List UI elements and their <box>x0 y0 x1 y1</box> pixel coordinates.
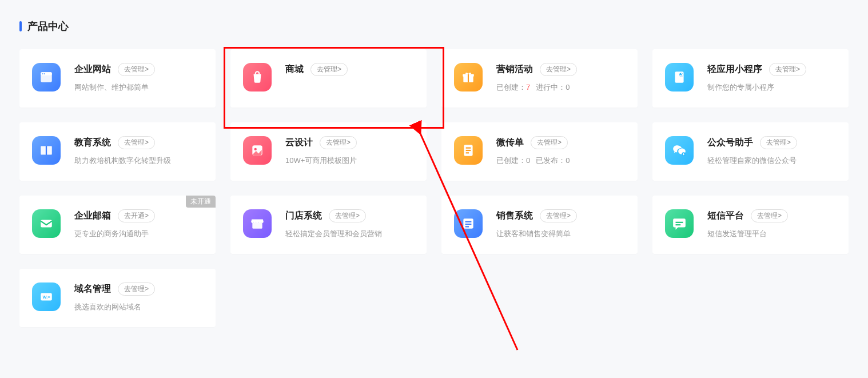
education-icon <box>32 136 61 165</box>
card-header: 营销活动去管理> <box>496 63 625 76</box>
card-title: 微传单 <box>496 137 524 149</box>
card-desc: 已创建：0已发布：0 <box>496 155 625 166</box>
section-title-text: 产品中心 <box>27 19 69 33</box>
card-body: 云设计去管理>10W+可商用模板图片 <box>285 136 414 166</box>
svg-rect-15 <box>466 152 469 153</box>
miniprogram-icon <box>665 63 694 91</box>
card-desc: 10W+可商用模板图片 <box>285 155 414 166</box>
card-header: 教育系统去管理> <box>74 136 203 149</box>
svg-rect-14 <box>466 150 471 151</box>
manage-button[interactable]: 去管理> <box>329 209 366 222</box>
manage-button[interactable]: 去管理> <box>760 136 797 149</box>
status-badge: 未开通 <box>186 196 216 208</box>
stat-running-label: 已发布： <box>536 156 566 165</box>
card-body: 轻应用小程序去管理>制作您的专属小程序 <box>707 63 836 93</box>
stat-running-value: 0 <box>566 156 570 165</box>
card-title: 企业邮箱 <box>74 210 111 222</box>
svg-rect-23 <box>676 224 681 225</box>
card-body: 教育系统去管理>助力教培机构数字化转型升级 <box>74 136 203 166</box>
product-card[interactable]: 轻应用小程序去管理>制作您的专属小程序 <box>652 49 849 108</box>
card-title: 云设计 <box>285 137 313 149</box>
manage-button[interactable]: 去管理> <box>769 63 806 76</box>
product-card[interactable]: W.≡域名管理去管理>挑选喜欢的网站域名 <box>19 269 216 327</box>
shop-icon <box>243 63 272 91</box>
card-title: 域名管理 <box>74 283 111 295</box>
card-body: 商城去管理> <box>285 63 414 82</box>
manage-button[interactable]: 去管理> <box>310 63 348 76</box>
website-icon <box>32 63 61 91</box>
card-title: 教育系统 <box>74 137 111 149</box>
product-card[interactable]: 门店系统去管理>轻松搞定会员管理和会员营销 <box>230 196 427 254</box>
card-body: 域名管理去管理>挑选喜欢的网站域名 <box>74 282 203 313</box>
card-desc: 挑选喜欢的网站域名 <box>74 301 203 313</box>
design-icon <box>243 136 272 165</box>
svg-rect-9 <box>46 146 47 154</box>
manage-button[interactable]: 去管理> <box>118 282 155 296</box>
svg-point-2 <box>42 73 43 74</box>
section-title: 产品中心 <box>19 19 849 33</box>
product-card[interactable]: 短信平台去管理>短信发送管理平台 <box>652 196 849 254</box>
card-desc: 制作您的专属小程序 <box>707 82 836 93</box>
flyer-icon <box>454 136 483 165</box>
card-header: 短信平台去管理> <box>707 209 836 222</box>
stat-created-label: 已创建： <box>496 156 526 165</box>
card-title: 企业网站 <box>74 63 111 75</box>
card-body: 销售系统去管理>让获客和销售变得简单 <box>496 209 625 240</box>
product-card[interactable]: 微传单去管理>已创建：0已发布：0 <box>441 122 638 181</box>
card-desc: 轻松管理自家的微信公众号 <box>707 155 836 166</box>
manage-button[interactable]: 去管理> <box>320 136 357 149</box>
card-title: 商城 <box>285 63 304 75</box>
card-title: 短信平台 <box>707 210 744 222</box>
card-title: 公众号助手 <box>707 137 753 149</box>
svg-rect-21 <box>465 226 469 227</box>
manage-button[interactable]: 去管理> <box>531 136 568 149</box>
manage-button[interactable]: 去管理> <box>540 209 577 222</box>
activate-button[interactable]: 去开通> <box>118 209 155 222</box>
svg-rect-17 <box>41 220 52 228</box>
domain-icon: W.≡ <box>32 282 61 311</box>
card-desc: 网站制作、维护都简单 <box>74 82 203 93</box>
card-title: 销售系统 <box>496 210 533 222</box>
card-desc: 已创建：7进行中：0 <box>496 82 625 93</box>
card-desc: 让获客和销售变得简单 <box>496 228 625 240</box>
product-card[interactable]: 教育系统去管理>助力教培机构数字化转型升级 <box>19 122 216 181</box>
product-grid: 企业网站去管理>网站制作、维护都简单商城去管理>营销活动去管理>已创建：7进行中… <box>19 49 849 327</box>
manage-button[interactable]: 去管理> <box>118 136 155 149</box>
svg-rect-19 <box>465 221 472 222</box>
svg-point-11 <box>254 148 257 150</box>
card-desc: 更专业的商务沟通助手 <box>74 228 203 240</box>
card-body: 门店系统去管理>轻松搞定会员管理和会员营销 <box>285 209 414 240</box>
card-header: 云设计去管理> <box>285 136 414 149</box>
card-header: 销售系统去管理> <box>496 209 625 222</box>
card-header: 企业邮箱去开通> <box>74 209 203 222</box>
card-desc: 助力教培机构数字化转型升级 <box>74 155 203 166</box>
product-card[interactable]: 销售系统去管理>让获客和销售变得简单 <box>441 196 638 254</box>
svg-rect-22 <box>676 222 683 223</box>
mail-icon <box>32 209 61 238</box>
card-desc: 短信发送管理平台 <box>707 228 836 240</box>
card-header: 微传单去管理> <box>496 136 625 149</box>
sales-icon <box>454 209 483 238</box>
product-card[interactable]: 营销活动去管理>已创建：7进行中：0 <box>441 49 638 108</box>
store-icon <box>243 209 272 238</box>
stat-running-label: 进行中： <box>536 83 566 91</box>
product-card[interactable]: 云设计去管理>10W+可商用模板图片 <box>230 122 427 181</box>
card-body: 短信平台去管理>短信发送管理平台 <box>707 209 836 240</box>
product-card[interactable]: 商城去管理> <box>230 49 427 108</box>
card-header: 轻应用小程序去管理> <box>707 63 836 76</box>
card-title: 轻应用小程序 <box>707 63 762 75</box>
manage-button[interactable]: 去管理> <box>540 63 577 76</box>
svg-rect-13 <box>466 148 471 149</box>
svg-point-3 <box>44 73 45 74</box>
product-card[interactable]: 企业网站去管理>网站制作、维护都简单 <box>19 49 216 108</box>
card-body: 企业网站去管理>网站制作、维护都简单 <box>74 63 203 93</box>
stat-created-value: 0 <box>526 156 530 165</box>
card-desc: 轻松搞定会员管理和会员营销 <box>285 228 414 240</box>
card-body: 企业邮箱去开通>更专业的商务沟通助手 <box>74 209 203 240</box>
product-card[interactable]: 企业邮箱去开通>更专业的商务沟通助手未开通 <box>19 196 216 254</box>
manage-button[interactable]: 去管理> <box>751 209 788 222</box>
stat-running-value: 0 <box>566 83 570 91</box>
product-card[interactable]: 公众号助手去管理>轻松管理自家的微信公众号 <box>652 122 849 181</box>
card-header: 域名管理去管理> <box>74 282 203 296</box>
manage-button[interactable]: 去管理> <box>118 63 155 76</box>
